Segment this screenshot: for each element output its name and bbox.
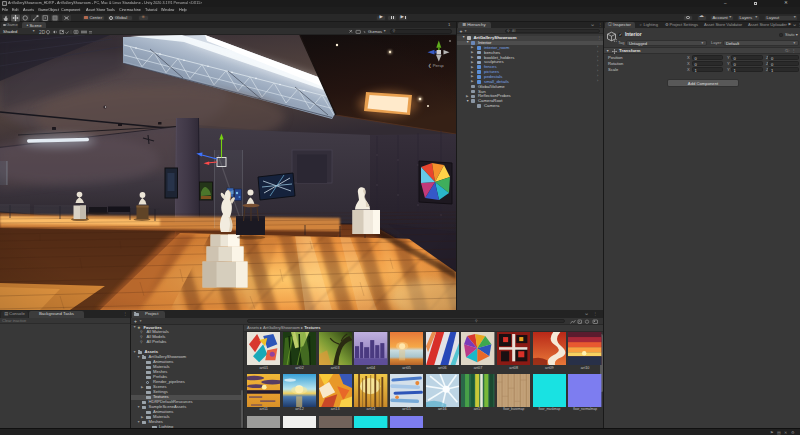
svg-text:2D: 2D xyxy=(39,29,46,34)
